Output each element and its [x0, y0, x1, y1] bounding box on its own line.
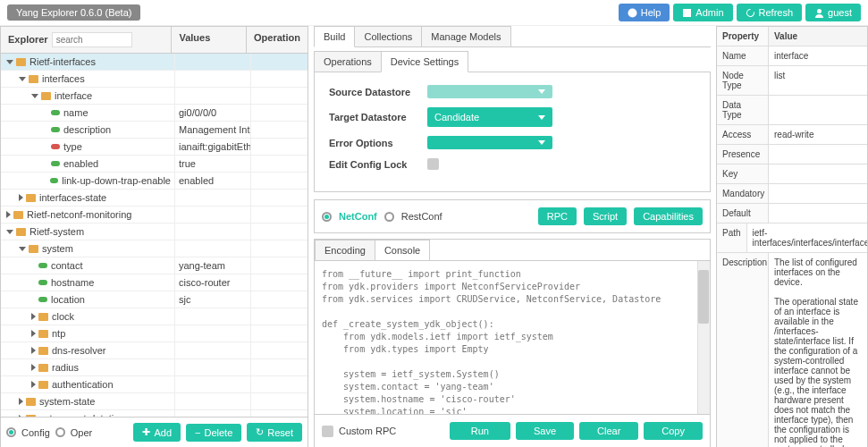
source-datastore-dropdown[interactable]: [427, 85, 552, 98]
tree-row[interactable]: hostnamecisco-router: [1, 274, 308, 291]
expand-arrow-icon[interactable]: [31, 347, 36, 354]
property-row: Nameinterface: [717, 46, 867, 66]
tree-row[interactable]: Rietf-system: [1, 224, 308, 240]
property-body[interactable]: NameinterfaceNode TypelistData TypeAcces…: [717, 46, 867, 447]
tree-row[interactable]: enabledtrue: [1, 156, 308, 173]
error-options-dropdown[interactable]: [427, 136, 552, 149]
explorer-footer: Config Oper ✚ Add − Delete ↻ Reset: [1, 417, 308, 447]
property-row: DescriptionThe list of configured interf…: [717, 253, 867, 447]
tree-node-operation: [251, 410, 308, 417]
expand-arrow-icon[interactable]: [31, 330, 36, 337]
netconf-radio[interactable]: [322, 212, 332, 222]
tree-row[interactable]: system-state: [1, 393, 308, 410]
script-button[interactable]: Script: [584, 207, 627, 225]
config-radio[interactable]: [6, 427, 16, 437]
tree-row[interactable]: set-current-datetime: [1, 410, 308, 417]
expand-arrow-icon[interactable]: [6, 60, 13, 64]
tree-row[interactable]: contactyang-team: [1, 257, 308, 274]
custom-rpc-checkbox[interactable]: [322, 426, 333, 437]
tree-row[interactable]: clock: [1, 308, 308, 325]
tree-row[interactable]: ntp: [1, 325, 308, 342]
tree-row[interactable]: interfaces-state: [1, 190, 308, 207]
tree-node-operation: [251, 342, 308, 358]
expand-arrow-icon[interactable]: [6, 230, 13, 234]
expand-arrow-icon[interactable]: [31, 364, 36, 371]
tab-device-settings[interactable]: Device Settings: [381, 51, 468, 72]
property-row: Data Type: [717, 96, 867, 125]
edit-config-lock-checkbox[interactable]: [427, 158, 439, 170]
expand-arrow-icon[interactable]: [19, 398, 23, 405]
tree-node-operation: [251, 308, 308, 325]
expand-arrow-icon[interactable]: [19, 194, 23, 201]
expand-arrow-icon[interactable]: [6, 211, 11, 218]
tree-row[interactable]: system: [1, 240, 308, 257]
help-button[interactable]: Help: [619, 4, 670, 21]
tree-node-label: Rietf-interfaces: [29, 56, 96, 67]
tree-node-operation: [251, 122, 308, 138]
tree-node-value: enabled: [175, 173, 251, 189]
oper-radio[interactable]: [55, 427, 65, 437]
console-output[interactable]: from __future__ import print_function fr…: [314, 260, 711, 415]
property-value: read-write: [769, 125, 867, 144]
value-header: Value: [769, 27, 867, 46]
folder-icon: [38, 347, 48, 355]
tree-row[interactable]: radius: [1, 359, 308, 376]
clear-button[interactable]: Clear: [579, 422, 638, 440]
add-button[interactable]: ✚ Add: [133, 423, 181, 442]
target-datastore-dropdown[interactable]: Candidate: [427, 107, 552, 127]
tree-row[interactable]: interface: [1, 88, 308, 105]
tree-row[interactable]: authentication: [1, 376, 308, 393]
admin-icon: [682, 8, 692, 18]
tree-row[interactable]: locationsjc: [1, 291, 308, 308]
tab-manage-models[interactable]: Manage Models: [421, 26, 510, 46]
property-value: [769, 184, 867, 203]
tab-build[interactable]: Build: [314, 26, 355, 47]
search-input[interactable]: [52, 32, 132, 47]
tree-node-operation: [251, 156, 308, 172]
tab-console[interactable]: Console: [375, 240, 430, 261]
capabilities-button[interactable]: Capabilities: [634, 207, 703, 225]
tree-row[interactable]: Rietf-interfaces: [1, 54, 308, 71]
property-key: Mandatory: [717, 184, 769, 203]
property-value: ietf-interfaces/interfaces/interface: [747, 224, 867, 252]
scrollbar[interactable]: [697, 261, 710, 414]
tree-row[interactable]: descriptionManagement Interface: [1, 122, 308, 139]
refresh-button[interactable]: Refresh: [737, 4, 803, 21]
center-panel: Build Collections Manage Models Operatio…: [308, 26, 716, 447]
copy-button[interactable]: Copy: [644, 422, 703, 440]
tree-row[interactable]: dns-resolver: [1, 342, 308, 359]
expand-arrow-icon[interactable]: [31, 313, 36, 320]
tree-row[interactable]: Rietf-netconf-monitoring: [1, 207, 308, 224]
run-button[interactable]: Run: [450, 422, 510, 440]
tab-encoding[interactable]: Encoding: [315, 240, 375, 260]
tree-row[interactable]: namegi0/0/0/0: [1, 105, 308, 122]
tree-row[interactable]: typeianaift:gigabitEtherne: [1, 139, 308, 156]
guest-button[interactable]: guest: [805, 4, 861, 21]
config-label: Config: [21, 427, 50, 438]
rpc-button[interactable]: RPC: [538, 207, 577, 225]
tree-row[interactable]: link-up-down-trap-enableenabled: [1, 173, 308, 190]
explorer-header: Explorer: [1, 27, 172, 53]
tree-row[interactable]: interfaces: [1, 71, 308, 88]
folder-icon: [16, 58, 26, 66]
save-button[interactable]: Save: [516, 422, 574, 440]
delete-button[interactable]: − Delete: [186, 424, 241, 442]
expand-arrow-icon[interactable]: [19, 77, 26, 81]
tab-collections[interactable]: Collections: [354, 26, 422, 46]
expand-arrow-icon[interactable]: [19, 247, 26, 251]
expand-arrow-icon[interactable]: [31, 381, 36, 388]
admin-button[interactable]: Admin: [673, 4, 732, 21]
tree-node-operation: [251, 207, 308, 223]
github-icon: [628, 8, 637, 18]
tree-node-value: yang-team: [175, 257, 251, 274]
expand-arrow-icon[interactable]: [31, 94, 38, 98]
reset-button[interactable]: ↻ Reset: [247, 423, 302, 442]
device-settings-body: Source Datastore Target DatastoreCandida…: [314, 72, 711, 192]
user-icon: [814, 8, 824, 18]
tree-body[interactable]: Rietf-interfacesinterfacesinterfacenameg…: [1, 54, 308, 417]
tree-node-label: contact: [51, 260, 82, 271]
tree-node-value: [175, 393, 251, 409]
tree-node-label: description: [63, 124, 111, 135]
tab-operations[interactable]: Operations: [314, 51, 382, 72]
restconf-radio[interactable]: [384, 212, 394, 222]
